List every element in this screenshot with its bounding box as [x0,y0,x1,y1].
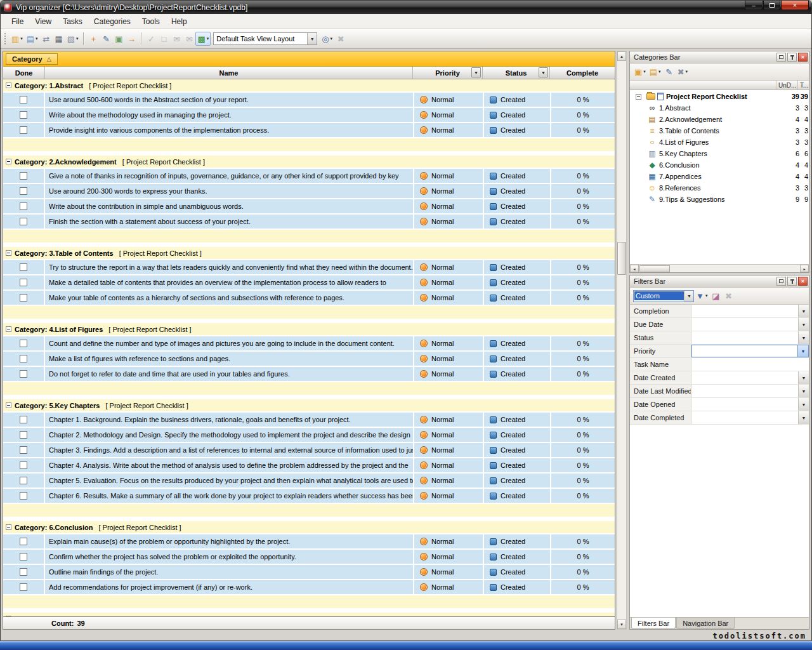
new-database-button[interactable]: ▥▾ [10,32,25,46]
new-task-button[interactable]: + [87,32,100,46]
tree-item-1-abstract[interactable]: ∞1.Abstract33 [630,102,809,114]
task-checkbox[interactable] [20,553,27,560]
collapse-icon[interactable] [6,616,11,616]
combo-dropdown-button[interactable]: ▼ [307,33,317,44]
task-row[interactable]: Chapter 1. Background. Explain the busin… [3,413,615,427]
filter-value-field[interactable]: ▼ [691,331,809,344]
clear-filter-button[interactable]: ◪ [709,289,722,303]
filter-value-field[interactable]: ▼ [691,411,809,424]
panel-float-button[interactable] [776,277,786,286]
filter-dropdown-button[interactable]: ▼ [798,398,809,411]
scroll-left-button[interactable]: ◂ [630,265,639,272]
filter-value-field[interactable]: ▼ [691,318,809,331]
database-backup-button[interactable]: ⇄ [40,32,53,46]
task-row[interactable]: Use around 200-300 words to express your… [3,184,615,198]
task-row[interactable]: Add recommendations for project improvem… [3,580,615,594]
task-checkbox[interactable] [20,126,27,134]
hscrollbar-thumb[interactable] [639,265,670,272]
filter-preset-combo[interactable]: Custom ▼ [633,290,694,302]
task-row[interactable]: Finish the section with a statement abou… [3,215,615,229]
scroll-right-button[interactable]: ▸ [800,265,809,272]
filter-dropdown-button[interactable]: ▼ [798,411,809,424]
category-group-header[interactable]: Category: 5.Key Chapters[ Project Report… [3,399,615,411]
category-group-header[interactable]: Category: 6.Conclusion[ Project Report C… [3,521,615,533]
task-view-mode-button[interactable]: ▩▾ [195,32,211,46]
panel-pin-button[interactable] [787,277,797,286]
task-checkbox[interactable] [20,431,27,439]
tab-filters-bar[interactable]: Filters Bar [631,618,676,629]
task-row[interactable]: Chapter 3. Findings. Add a description a… [3,443,615,457]
tab-navigation-bar[interactable]: Navigation Bar [676,618,735,629]
scroll-up-button[interactable]: ▲ [617,51,626,61]
task-row[interactable]: Chapter 5. Evaluation. Focus on the resu… [3,474,615,488]
tree-item-root[interactable]: Project Report Checklist3939 [630,91,809,102]
task-row[interactable]: Do not forget to refer to date and time … [3,367,615,381]
duplicate-task-button[interactable]: ▣ [112,32,125,46]
task-row[interactable]: Make a detailed table of contents that p… [3,275,615,289]
column-status[interactable]: Status ▼ [483,67,550,79]
filter-dropdown-button[interactable]: ▼ [797,345,808,357]
close-button[interactable]: × [781,1,809,10]
menu-view[interactable]: View [29,15,57,28]
task-row[interactable]: Give a note of thanks in recognition of … [3,169,615,183]
task-row[interactable]: Confirm whether the project has solved t… [3,550,615,564]
print-preview-button[interactable]: ▧▾ [65,32,81,46]
task-checkbox[interactable] [20,263,27,271]
menu-categories[interactable]: Categories [88,15,136,28]
task-row[interactable]: Make your table of contents as a hierarc… [3,291,615,305]
tree-item-7-appendices[interactable]: ▦7.Appendices44 [630,171,809,182]
task-checkbox[interactable] [20,355,27,362]
panel-close-button[interactable]: × [798,277,808,286]
task-checkbox[interactable] [20,538,27,545]
open-database-button[interactable]: ▤▾ [25,32,40,46]
edit-task-button[interactable]: ✎ [100,32,112,46]
email-notification-button[interactable]: ✉ [183,32,195,46]
tree-item-3-table-of-contents[interactable]: ≡3.Table of Contents33 [630,125,809,136]
task-checkbox[interactable] [20,370,27,378]
priority-filter-dropdown[interactable]: ▼ [471,67,481,77]
delete-filter-button[interactable]: ✖ [722,289,735,303]
tree-column-undone[interactable]: UnD... [776,81,798,90]
filter-dropdown-button[interactable]: ▼ [798,318,809,331]
tree-item-5-key-chapters[interactable]: ▥5.Key Chapters66 [630,148,809,159]
task-checkbox[interactable] [20,172,27,180]
task-checkbox[interactable] [20,202,27,210]
task-row[interactable]: Make a list of figures with reference to… [3,352,615,366]
filter-value-field[interactable]: ▼ [691,345,809,357]
scroll-down-button[interactable]: ▼ [617,620,626,629]
minimize-button[interactable]: – [745,1,763,10]
edit-category-button[interactable]: ✎ [663,65,676,79]
column-priority[interactable]: Priority ▼ [413,67,483,79]
tree-item-9-tips-suggestions[interactable]: ✎9.Tips & Suggestions99 [630,194,809,205]
print-button[interactable]: ▦ [53,32,65,46]
panel-pin-button[interactable] [787,53,797,62]
tree-item-4-list-of-figures[interactable]: ○4.List of Figures33 [630,136,809,148]
task-row[interactable]: Try to structure the report in a way tha… [3,260,615,274]
mark-complete-button[interactable]: ✓ [145,32,157,46]
panel-float-button[interactable] [776,53,786,62]
category-group-header[interactable]: Category: 4.List of Figures[ Project Rep… [3,323,615,335]
vertical-scrollbar[interactable]: ▲ ▼ [617,51,627,630]
task-checkbox[interactable] [20,111,27,119]
task-checkbox[interactable] [20,583,27,591]
task-checkbox[interactable] [20,446,27,454]
delete-layout-button[interactable]: ✖ [334,32,347,46]
tree-item-2-acknowledgement[interactable]: ▤2.Acknowledgement44 [630,114,809,125]
task-checkbox[interactable] [20,492,27,500]
task-row[interactable]: Write about the contribution in simple a… [3,199,615,213]
task-row[interactable]: Write about the methodology used in mana… [3,108,615,122]
manage-layouts-button[interactable]: ◎▾ [320,32,334,46]
filter-value-field[interactable]: ▼ [691,305,809,317]
collapse-icon[interactable] [636,94,641,100]
collapse-icon[interactable] [6,83,11,88]
category-group-header[interactable]: Category: 3.Table of Contents[ Project R… [3,247,615,259]
filter-dropdown-button[interactable]: ▼ [798,331,809,344]
column-done[interactable]: Done [3,67,45,79]
collapse-icon[interactable] [6,250,11,256]
collapse-icon[interactable] [6,402,11,408]
new-category-button[interactable]: ▣▾ [632,65,648,79]
tree-item-6-conclusion[interactable]: ◆6.Conclusion44 [630,159,809,171]
menu-tools[interactable]: Tools [136,15,166,28]
task-row[interactable]: Chapter 2. Methodology and Design. Speci… [3,428,615,442]
collapse-icon[interactable] [6,524,11,530]
